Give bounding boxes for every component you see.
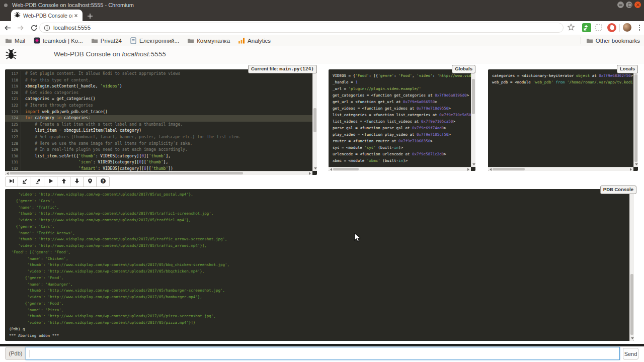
scrollbar-thumb[interactable] (10, 172, 243, 174)
console-line: 'video': 'http://www.vidsplay.com/wp-con… (5, 192, 634, 198)
console-line: 'video': 'http://www.vidsplay.com/wp-con… (5, 268, 634, 275)
debugger-controls: ? (5, 176, 110, 187)
scroll-down-arrow-icon[interactable] (635, 163, 638, 165)
scroll-left-arrow-icon[interactable] (330, 168, 332, 171)
tab-close-icon[interactable] (72, 12, 79, 19)
other-bookmarks[interactable]: Other bookmarks (596, 38, 640, 44)
scroll-right-arrow-icon[interactable] (630, 168, 632, 171)
bookmark-item[interactable]: Mail (5, 37, 25, 44)
where-button[interactable] (84, 176, 97, 187)
bookmarks-bar: Mailteamkodi | Ko...Privat24Електронний.… (0, 35, 644, 47)
globals-vertical-scrollbar[interactable] (471, 69, 475, 167)
scrollbar-thumb[interactable] (493, 168, 525, 170)
bookmarks-list: Mailteamkodi | Ko...Privat24Електронний.… (5, 37, 279, 44)
code-horizontal-scrollbar[interactable] (5, 171, 312, 175)
line-number: 117 (5, 71, 21, 77)
variable-line: get_categories = <function get_categorie… (329, 92, 475, 99)
browser-menu-icon[interactable] (636, 24, 643, 32)
console-line: 'video': 'http://www.vidsplay.com/wp-con… (5, 294, 634, 301)
step-button[interactable] (18, 176, 31, 187)
pdb-console-panel[interactable]: 'video': 'http://www.vidsplay.com/wp-con… (5, 189, 634, 341)
tab-strip: Web-PDB Console on loca (0, 10, 644, 21)
back-button[interactable] (2, 23, 13, 34)
variable-line: sys = <module 'sys' (built-in)> (329, 144, 475, 151)
extension-blocker-icon[interactable] (607, 23, 616, 32)
locals-horizontal-scrollbar[interactable] (488, 167, 633, 171)
continue-button[interactable] (44, 176, 57, 187)
command-input[interactable] (26, 347, 620, 360)
close-button[interactable] (634, 2, 641, 8)
next-button[interactable] (5, 176, 18, 187)
line-number: 121 (5, 96, 21, 103)
scroll-left-arrow-icon[interactable] (490, 168, 492, 171)
scroll-down-arrow-icon[interactable] (314, 167, 317, 169)
address-bar[interactable]: localhost:5555 (39, 23, 564, 33)
scrollbar-thumb[interactable] (313, 108, 316, 132)
console-vertical-scrollbar[interactable] (629, 189, 634, 341)
scrollbar-thumb[interactable] (634, 74, 637, 162)
code-line: 128 # Here we use the same image for all… (5, 141, 317, 147)
scroll-right-arrow-icon[interactable] (309, 172, 311, 175)
console-line: {'genre': 'Food', (5, 301, 634, 307)
locals-vertical-scrollbar[interactable] (633, 69, 638, 167)
variable-line: _handle = 1 (329, 79, 475, 85)
locals-lines: categories = <dictionary-keyiterator obj… (488, 69, 638, 85)
variable-line: xbmc = <module 'xbmc' (built-in)> (329, 157, 475, 164)
line-number: 119 (5, 83, 21, 90)
scrollbar-thumb[interactable] (472, 79, 475, 114)
globals-panel[interactable]: VIDEOS = {'Food': [{'genre': 'Food', 'vi… (329, 69, 475, 171)
scroll-left-arrow-icon[interactable] (7, 172, 9, 175)
bookmark-item[interactable]: teamkodi | Ko... (33, 37, 83, 44)
send-button[interactable]: Send (623, 348, 638, 359)
line-number: 130 (5, 153, 21, 160)
step-forward-icon (9, 178, 15, 186)
scroll-right-arrow-icon[interactable] (467, 168, 469, 171)
screen: Web-PDB Console on localhost:5555 - Chro… (0, 0, 644, 362)
console-line: 'thumb': 'http://www.vidsplay.com/wp-con… (5, 236, 634, 243)
code-panel[interactable]: 117# Set plugin content. It allows Kodi … (5, 69, 317, 175)
console-line: (Pdb) q (5, 326, 634, 333)
web-pdb-bug-icon (5, 48, 17, 62)
site-info-icon[interactable] (44, 25, 50, 31)
console-line: 'video': 'http://www.vidsplay.com/wp-con… (5, 320, 634, 326)
bookmark-star-icon[interactable] (567, 23, 575, 33)
new-tab-button[interactable] (87, 13, 94, 20)
locals-panel[interactable]: categories = <dictionary-keyiterator obj… (488, 69, 638, 171)
globals-horizontal-scrollbar[interactable] (329, 167, 471, 171)
console-line: 'name': 'Pizza', (5, 307, 634, 314)
up-button[interactable] (57, 176, 70, 187)
extension-capture-icon[interactable] (594, 23, 603, 32)
bookmark-item[interactable]: Електронний... (130, 37, 179, 44)
minimize-button[interactable] (617, 2, 624, 8)
scrollbar-thumb[interactable] (333, 168, 359, 170)
console-line: 'name': 'Traffic', (5, 205, 634, 211)
window-icon (4, 4, 8, 7)
where-pin-icon (87, 178, 93, 186)
console-line: 'name': 'Traffic Arrows', (5, 230, 634, 237)
line-number: 125 (5, 122, 21, 128)
line-number: 131 (5, 159, 21, 166)
code-vertical-scrollbar[interactable] (312, 69, 317, 171)
maximize-button[interactable] (626, 2, 632, 8)
folder-icon (91, 37, 98, 44)
reload-button[interactable] (28, 23, 39, 34)
bookmark-item[interactable]: Privat24 (91, 37, 122, 44)
down-button[interactable] (70, 176, 84, 187)
help-button[interactable]: ? (97, 176, 110, 187)
console-bottom-edge (0, 344, 644, 346)
variable-line: list_videos = <function list_videos at 0… (329, 118, 475, 125)
scroll-down-arrow-icon[interactable] (631, 337, 634, 339)
toolbar-separator (619, 24, 620, 32)
code-line: 130 list_item.setArt({'thumb': VIDEOS[ca… (5, 153, 317, 160)
bookmark-item[interactable]: Коммуналка (187, 37, 230, 44)
console-line: 'thumb': 'http://www.vidsplay.com/wp-con… (5, 288, 634, 294)
profile-avatar[interactable] (623, 23, 631, 32)
forward-button[interactable] (15, 23, 26, 34)
return-button[interactable] (31, 176, 44, 187)
line-number: 128 (5, 141, 21, 147)
bookmark-item[interactable]: Analytics (238, 37, 271, 44)
extension-green-icon[interactable] (582, 23, 591, 32)
scrollbar-thumb[interactable] (630, 274, 633, 335)
browser-tab[interactable]: Web-PDB Console on loca (11, 10, 83, 21)
scroll-down-arrow-icon[interactable] (472, 163, 475, 165)
